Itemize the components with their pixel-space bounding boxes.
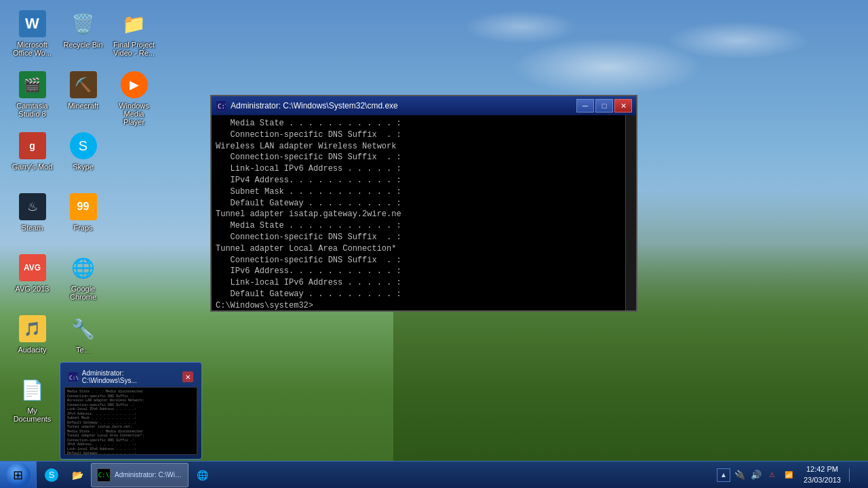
- show-desktop-button[interactable]: [849, 468, 863, 482]
- icon-windows-media-player[interactable]: ▶ Windows Media Player: [108, 68, 159, 129]
- icon-minecraft[interactable]: ⛏️ Minecraft: [58, 68, 108, 129]
- preview-titlebar: C:\ Administrator: C:\Windows\Sys... ✕: [64, 367, 197, 387]
- desktop: W Microsoft Office Wo... 🗑️ Recycle Bin …: [0, 0, 868, 488]
- icon-garrys-mod[interactable]: g Garry's Mod: [7, 129, 58, 190]
- preview-thumbnail[interactable]: Media State . . .: Media disconnected Co…: [64, 387, 197, 455]
- start-orb-icon: ⊞: [6, 463, 31, 487]
- taskbar-item-file-explorer[interactable]: 📂: [65, 463, 90, 487]
- start-button[interactable]: ⊞: [0, 462, 37, 489]
- clock-time: 12:42 PM: [806, 464, 838, 474]
- icon-my-documents[interactable]: 📄 My Documents: [7, 373, 58, 434]
- svg-text:C:\: C:\: [69, 375, 78, 381]
- signal-tray-icon: 📶: [782, 468, 795, 482]
- cmd-title-text: Administrator: C:\Windows\System32\cmd.e…: [231, 101, 572, 110]
- clock-date: 23/03/2013: [804, 475, 841, 485]
- taskbar-cmd-icon: C:\: [97, 468, 111, 482]
- cmd-close-button[interactable]: ✕: [614, 99, 632, 113]
- icon-google-chrome[interactable]: 🌐 Google Chrome: [58, 251, 108, 312]
- taskbar-tray: ▲ 🔌 🔊 ⚠ 📶 12:42 PM 23/03/2013: [711, 462, 868, 488]
- taskbar-skype-icon: S: [45, 468, 58, 482]
- taskbar-item-skype[interactable]: S: [39, 463, 64, 487]
- taskbar-cmd-label: Administrator: C:\Windows\Sys...: [115, 471, 182, 479]
- taskbar-item-cmd[interactable]: C:\ Administrator: C:\Windows\Sys...: [91, 463, 189, 487]
- cmd-content[interactable]: Media State . . . . . . . . . . . : Conn…: [212, 115, 636, 310]
- preview-close-button[interactable]: ✕: [182, 371, 193, 382]
- icon-audacity[interactable]: 🎵 Audacity: [7, 312, 58, 373]
- cmd-scrollbar[interactable]: [625, 115, 636, 310]
- taskbar-preview-popup: C:\ Administrator: C:\Windows\Sys... ✕ M…: [60, 362, 202, 460]
- icon-recycle-bin[interactable]: 🗑️ Recycle Bin: [58, 7, 108, 68]
- icon-skype[interactable]: S Skype: [58, 129, 108, 190]
- cmd-window-controls: ─ □ ✕: [576, 99, 632, 113]
- network-tray-icon[interactable]: 🔌: [733, 468, 747, 482]
- taskbar-chrome-icon: 🌐: [195, 468, 209, 482]
- cmd-window-icon: C:\: [216, 100, 226, 111]
- icon-avg[interactable]: AVG AVG 2013: [7, 251, 58, 312]
- cmd-maximize-button[interactable]: □: [595, 99, 613, 113]
- icon-final-project[interactable]: 📁 Final Project Video - Re...: [108, 7, 159, 68]
- taskbar: ⊞ S 📂 C:\ Administrator: C:\Windows\Sys.…: [0, 461, 868, 488]
- icon-fraps[interactable]: 99 Fraps: [58, 190, 108, 251]
- taskbar-item-chrome[interactable]: 🌐: [190, 463, 214, 487]
- cmd-minimize-button[interactable]: ─: [576, 99, 594, 113]
- preview-title-text: Administrator: C:\Windows\Sys...: [82, 369, 179, 384]
- system-clock[interactable]: 12:42 PM 23/03/2013: [798, 464, 846, 485]
- preview-icon: C:\: [68, 372, 78, 382]
- icon-steam[interactable]: ♨ Steam: [7, 190, 58, 251]
- cmd-window[interactable]: C:\ Administrator: C:\Windows\System32\c…: [210, 95, 637, 312]
- taskbar-items: S 📂 C:\ Administrator: C:\Windows\Sys...…: [37, 462, 711, 488]
- show-hidden-tray-button[interactable]: ▲: [717, 468, 730, 482]
- cmd-output: Media State . . . . . . . . . . . : Conn…: [216, 118, 632, 310]
- volume-tray-icon[interactable]: 🔊: [749, 468, 763, 482]
- icon-camtasia[interactable]: 🎬 Camtasia Studio 8: [7, 68, 58, 129]
- cmd-titlebar: C:\ Administrator: C:\Windows\System32\c…: [212, 96, 636, 115]
- icon-microsoft-office[interactable]: W Microsoft Office Wo...: [7, 7, 58, 68]
- svg-text:C:\: C:\: [218, 103, 226, 110]
- taskbar-explorer-icon: 📂: [71, 468, 84, 482]
- preview-content: Media State . . .: Media disconnected Co…: [67, 390, 195, 455]
- antivirus-tray-icon: ⚠: [766, 468, 779, 482]
